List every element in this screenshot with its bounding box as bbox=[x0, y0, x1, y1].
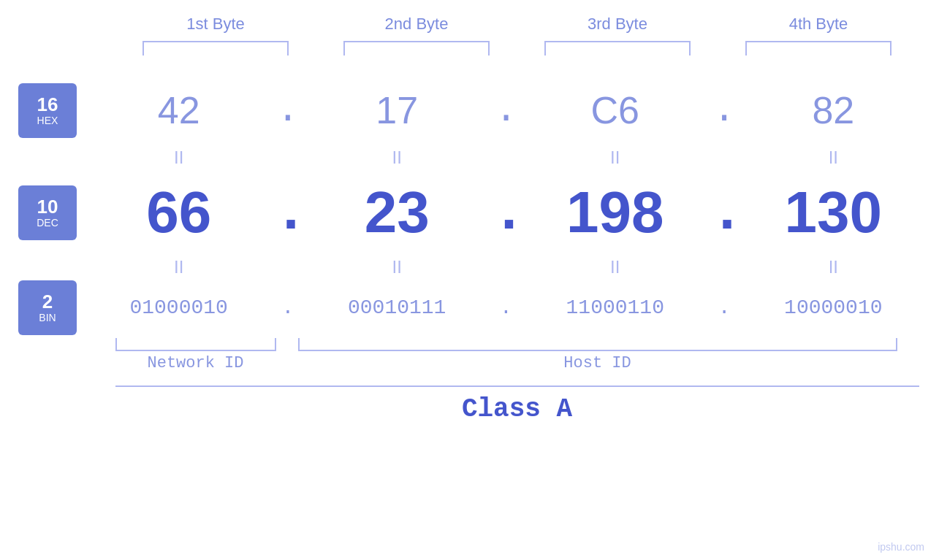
byte-headers: 1st Byte 2nd Byte 3rd Byte 4th Byte bbox=[115, 15, 919, 34]
class-label: Class A bbox=[115, 394, 919, 424]
eq2-sym-3: II bbox=[542, 257, 688, 277]
bin-byte-4: 10000010 bbox=[760, 296, 906, 319]
bin-badge: 2 BIN bbox=[18, 280, 77, 335]
eq1-sym-1: II bbox=[106, 147, 252, 168]
hex-badge-label: HEX bbox=[37, 115, 58, 126]
dec-byte-1: 66 bbox=[106, 179, 252, 246]
bin-badge-number: 2 bbox=[42, 291, 53, 312]
dec-dot-3: . bbox=[710, 180, 739, 246]
hex-byte-3: C6 bbox=[542, 88, 688, 132]
bin-byte-2: 00010111 bbox=[324, 296, 470, 319]
bin-dot-2: . bbox=[491, 296, 520, 319]
dec-dot-2: . bbox=[491, 180, 520, 246]
eq2-values: II II II II bbox=[95, 257, 939, 277]
class-section: Class A bbox=[115, 386, 919, 424]
bin-badge-spacer: 2 BIN bbox=[0, 280, 95, 335]
byte-3-header: 3rd Byte bbox=[533, 15, 702, 34]
eq1-sym-2: II bbox=[324, 147, 470, 168]
bin-byte-3: 11000110 bbox=[542, 296, 688, 319]
dec-byte-4: 130 bbox=[760, 179, 906, 246]
dec-dot-1: . bbox=[273, 180, 303, 246]
eq1-sym-4: II bbox=[760, 147, 906, 168]
dec-values: 66 . 23 . 198 . 130 bbox=[95, 179, 939, 246]
dec-badge-number: 10 bbox=[37, 196, 58, 218]
main-container: 1st Byte 2nd Byte 3rd Byte 4th Byte 16 H… bbox=[0, 0, 939, 560]
bin-badge-label: BIN bbox=[39, 312, 56, 323]
byte-1-header: 1st Byte bbox=[132, 15, 300, 34]
top-bracket-2 bbox=[343, 41, 490, 55]
eq1-values: II II II II bbox=[95, 147, 939, 168]
watermark: ipshu.com bbox=[878, 541, 924, 553]
top-bracket-1 bbox=[142, 41, 289, 55]
bin-row: 2 BIN 01000010 . 00010111 . 11000110 . bbox=[0, 282, 939, 333]
hex-byte-4: 82 bbox=[760, 88, 906, 132]
bin-dot-3: . bbox=[710, 296, 739, 319]
equals-row-1: II II II II bbox=[0, 143, 939, 172]
bin-byte-1: 01000010 bbox=[106, 296, 252, 319]
dec-badge-label: DEC bbox=[37, 217, 58, 229]
hex-byte-1: 42 bbox=[106, 88, 252, 132]
dec-row: 10 DEC 66 . 23 . 198 . 130 bbox=[0, 172, 939, 253]
host-id-label: Host ID bbox=[563, 354, 631, 372]
network-bracket bbox=[115, 338, 276, 351]
byte-4-header: 4th Byte bbox=[734, 15, 902, 34]
class-bracket-line bbox=[115, 386, 919, 387]
hex-dot-3: . bbox=[710, 89, 739, 132]
hex-row: 16 HEX 42 . 17 . C6 . 82 bbox=[0, 77, 939, 143]
eq2-sym-4: II bbox=[760, 257, 906, 277]
dec-byte-2: 23 bbox=[324, 179, 470, 246]
hex-badge-spacer: 16 HEX bbox=[0, 83, 95, 138]
hex-dot-1: . bbox=[273, 89, 303, 132]
hex-badge-number: 16 bbox=[37, 94, 58, 115]
bin-dot-1: . bbox=[273, 296, 303, 319]
eq2-sym-2: II bbox=[324, 257, 470, 277]
hex-values: 42 . 17 . C6 . 82 bbox=[95, 88, 939, 132]
top-brackets bbox=[115, 41, 919, 55]
eq1-sym-3: II bbox=[542, 147, 688, 168]
network-id-label: Network ID bbox=[147, 354, 243, 372]
byte-2-header: 2nd Byte bbox=[332, 15, 501, 34]
bin-values: 01000010 . 00010111 . 11000110 . 1000001… bbox=[95, 296, 939, 319]
dec-badge-spacer: 10 DEC bbox=[0, 185, 95, 240]
bottom-brackets bbox=[115, 338, 919, 351]
top-bracket-3 bbox=[544, 41, 691, 55]
eq2-sym-1: II bbox=[106, 257, 252, 277]
id-labels: Network ID Host ID bbox=[115, 354, 919, 372]
hex-dot-2: . bbox=[491, 89, 520, 132]
host-bracket bbox=[298, 338, 897, 351]
hex-badge: 16 HEX bbox=[18, 83, 77, 138]
equals-row-2: II II II II bbox=[0, 253, 939, 282]
top-bracket-4 bbox=[745, 41, 892, 55]
hex-byte-2: 17 bbox=[324, 88, 470, 132]
dec-badge: 10 DEC bbox=[18, 185, 77, 240]
dec-byte-3: 198 bbox=[542, 179, 688, 246]
